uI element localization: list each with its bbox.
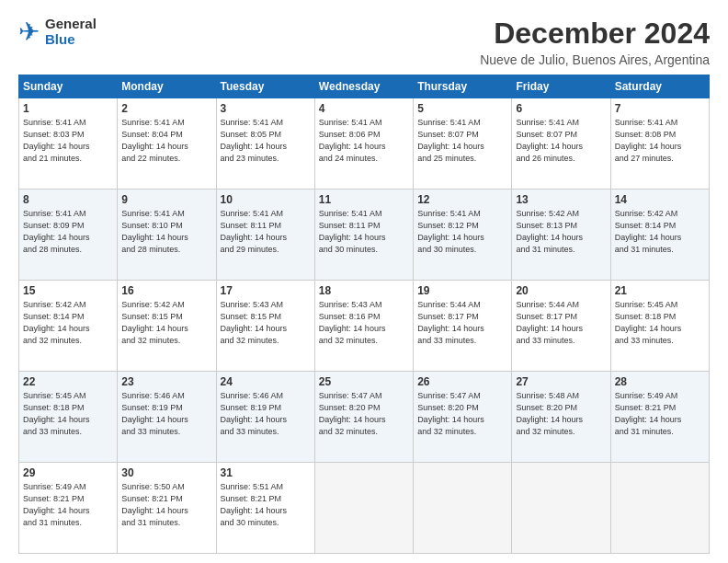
title-block: December 2024 Nueve de Julio, Buenos Air… — [480, 17, 710, 67]
table-row: 10Sunrise: 5:41 AM Sunset: 8:11 PM Dayli… — [216, 190, 314, 281]
day-number: 2 — [121, 102, 211, 115]
calendar-subtitle: Nueve de Julio, Buenos Aires, Argentina — [480, 52, 710, 67]
table-row: 2Sunrise: 5:41 AM Sunset: 8:04 PM Daylig… — [118, 98, 216, 190]
day-info: Sunrise: 5:49 AM Sunset: 8:21 PM Dayligh… — [615, 390, 705, 438]
logo: ✈ General Blue — [18, 17, 97, 47]
table-row: 11Sunrise: 5:41 AM Sunset: 8:11 PM Dayli… — [314, 190, 413, 281]
day-number: 14 — [615, 193, 705, 206]
logo-text-general: General — [45, 17, 97, 32]
day-info: Sunrise: 5:46 AM Sunset: 8:19 PM Dayligh… — [221, 390, 311, 438]
table-row: 30Sunrise: 5:50 AM Sunset: 8:21 PM Dayli… — [118, 463, 216, 554]
table-row: 15Sunrise: 5:42 AM Sunset: 8:14 PM Dayli… — [19, 281, 118, 372]
day-number: 11 — [319, 193, 409, 206]
day-number: 19 — [417, 284, 507, 297]
logo-bird-icon: ✈ — [18, 19, 40, 45]
day-info: Sunrise: 5:44 AM Sunset: 8:17 PM Dayligh… — [417, 299, 507, 347]
day-info: Sunrise: 5:42 AM Sunset: 8:14 PM Dayligh… — [615, 208, 705, 256]
table-row — [610, 463, 709, 554]
table-row — [414, 463, 512, 554]
day-info: Sunrise: 5:42 AM Sunset: 8:15 PM Dayligh… — [121, 299, 211, 347]
day-number: 18 — [319, 284, 409, 297]
table-row: 23Sunrise: 5:46 AM Sunset: 8:19 PM Dayli… — [118, 372, 216, 463]
day-number: 23 — [121, 375, 211, 388]
day-info: Sunrise: 5:41 AM Sunset: 8:08 PM Dayligh… — [615, 117, 705, 165]
table-row: 6Sunrise: 5:41 AM Sunset: 8:07 PM Daylig… — [512, 98, 610, 190]
calendar-table: Sunday Monday Tuesday Wednesday Thursday… — [18, 75, 710, 554]
day-info: Sunrise: 5:43 AM Sunset: 8:16 PM Dayligh… — [319, 299, 409, 347]
table-row: 5Sunrise: 5:41 AM Sunset: 8:07 PM Daylig… — [414, 98, 512, 190]
calendar-week-row: 29Sunrise: 5:49 AM Sunset: 8:21 PM Dayli… — [19, 463, 710, 554]
day-number: 30 — [121, 466, 211, 479]
table-row: 29Sunrise: 5:49 AM Sunset: 8:21 PM Dayli… — [19, 463, 118, 554]
header-monday: Monday — [118, 75, 216, 98]
table-row: 20Sunrise: 5:44 AM Sunset: 8:17 PM Dayli… — [512, 281, 610, 372]
day-info: Sunrise: 5:46 AM Sunset: 8:19 PM Dayligh… — [121, 390, 211, 438]
calendar-week-row: 1Sunrise: 5:41 AM Sunset: 8:03 PM Daylig… — [19, 98, 710, 190]
table-row: 13Sunrise: 5:42 AM Sunset: 8:13 PM Dayli… — [512, 190, 610, 281]
day-number: 28 — [615, 375, 705, 388]
day-number: 22 — [23, 375, 113, 388]
day-number: 21 — [615, 284, 705, 297]
day-info: Sunrise: 5:41 AM Sunset: 8:12 PM Dayligh… — [417, 208, 507, 256]
header: ✈ General Blue December 2024 Nueve de Ju… — [18, 17, 710, 67]
table-row: 1Sunrise: 5:41 AM Sunset: 8:03 PM Daylig… — [19, 98, 118, 190]
table-row: 28Sunrise: 5:49 AM Sunset: 8:21 PM Dayli… — [610, 372, 709, 463]
day-number: 3 — [221, 102, 311, 115]
day-number: 24 — [221, 375, 311, 388]
header-sunday: Sunday — [19, 75, 118, 98]
day-info: Sunrise: 5:48 AM Sunset: 8:20 PM Dayligh… — [516, 390, 606, 438]
logo-text-blue: Blue — [45, 32, 97, 48]
day-info: Sunrise: 5:41 AM Sunset: 8:03 PM Dayligh… — [23, 117, 113, 165]
header-thursday: Thursday — [414, 75, 512, 98]
day-info: Sunrise: 5:41 AM Sunset: 8:04 PM Dayligh… — [121, 117, 211, 165]
day-info: Sunrise: 5:51 AM Sunset: 8:21 PM Dayligh… — [221, 481, 311, 529]
day-info: Sunrise: 5:47 AM Sunset: 8:20 PM Dayligh… — [319, 390, 409, 438]
table-row: 3Sunrise: 5:41 AM Sunset: 8:05 PM Daylig… — [216, 98, 314, 190]
day-number: 17 — [221, 284, 311, 297]
table-row: 22Sunrise: 5:45 AM Sunset: 8:18 PM Dayli… — [19, 372, 118, 463]
day-info: Sunrise: 5:44 AM Sunset: 8:17 PM Dayligh… — [516, 299, 606, 347]
calendar-title: December 2024 — [480, 17, 710, 51]
calendar-week-row: 22Sunrise: 5:45 AM Sunset: 8:18 PM Dayli… — [19, 372, 710, 463]
day-number: 29 — [23, 466, 113, 479]
day-number: 4 — [319, 102, 409, 115]
day-number: 25 — [319, 375, 409, 388]
day-number: 7 — [615, 102, 705, 115]
day-info: Sunrise: 5:49 AM Sunset: 8:21 PM Dayligh… — [23, 481, 113, 529]
day-info: Sunrise: 5:42 AM Sunset: 8:13 PM Dayligh… — [516, 208, 606, 256]
table-row: 8Sunrise: 5:41 AM Sunset: 8:09 PM Daylig… — [19, 190, 118, 281]
day-info: Sunrise: 5:50 AM Sunset: 8:21 PM Dayligh… — [121, 481, 211, 529]
table-row — [314, 463, 413, 554]
calendar-week-row: 8Sunrise: 5:41 AM Sunset: 8:09 PM Daylig… — [19, 190, 710, 281]
day-number: 26 — [417, 375, 507, 388]
day-number: 5 — [417, 102, 507, 115]
day-number: 8 — [23, 193, 113, 206]
table-row: 12Sunrise: 5:41 AM Sunset: 8:12 PM Dayli… — [414, 190, 512, 281]
day-info: Sunrise: 5:41 AM Sunset: 8:11 PM Dayligh… — [221, 208, 311, 256]
day-number: 6 — [516, 102, 606, 115]
table-row: 14Sunrise: 5:42 AM Sunset: 8:14 PM Dayli… — [610, 190, 709, 281]
day-info: Sunrise: 5:45 AM Sunset: 8:18 PM Dayligh… — [23, 390, 113, 438]
table-row: 27Sunrise: 5:48 AM Sunset: 8:20 PM Dayli… — [512, 372, 610, 463]
day-number: 15 — [23, 284, 113, 297]
day-number: 9 — [121, 193, 211, 206]
table-row: 7Sunrise: 5:41 AM Sunset: 8:08 PM Daylig… — [610, 98, 709, 190]
day-number: 20 — [516, 284, 606, 297]
table-row: 21Sunrise: 5:45 AM Sunset: 8:18 PM Dayli… — [610, 281, 709, 372]
table-row: 31Sunrise: 5:51 AM Sunset: 8:21 PM Dayli… — [216, 463, 314, 554]
table-row: 18Sunrise: 5:43 AM Sunset: 8:16 PM Dayli… — [314, 281, 413, 372]
day-number: 12 — [417, 193, 507, 206]
table-row: 26Sunrise: 5:47 AM Sunset: 8:20 PM Dayli… — [414, 372, 512, 463]
day-info: Sunrise: 5:41 AM Sunset: 8:09 PM Dayligh… — [23, 208, 113, 256]
day-info: Sunrise: 5:41 AM Sunset: 8:05 PM Dayligh… — [221, 117, 311, 165]
day-info: Sunrise: 5:43 AM Sunset: 8:15 PM Dayligh… — [221, 299, 311, 347]
header-tuesday: Tuesday — [216, 75, 314, 98]
table-row: 25Sunrise: 5:47 AM Sunset: 8:20 PM Dayli… — [314, 372, 413, 463]
table-row: 4Sunrise: 5:41 AM Sunset: 8:06 PM Daylig… — [314, 98, 413, 190]
table-row — [512, 463, 610, 554]
day-info: Sunrise: 5:41 AM Sunset: 8:07 PM Dayligh… — [516, 117, 606, 165]
day-number: 1 — [23, 102, 113, 115]
table-row: 9Sunrise: 5:41 AM Sunset: 8:10 PM Daylig… — [118, 190, 216, 281]
day-info: Sunrise: 5:41 AM Sunset: 8:11 PM Dayligh… — [319, 208, 409, 256]
day-number: 10 — [221, 193, 311, 206]
